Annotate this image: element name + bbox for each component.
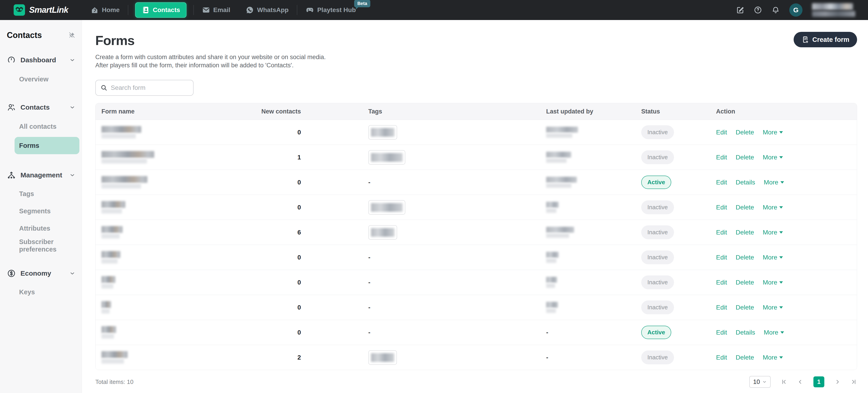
edit-link[interactable]: Edit — [716, 354, 727, 361]
current-page-button[interactable]: 1 — [813, 376, 824, 387]
sidebar-item-all-contacts[interactable]: All contacts — [0, 121, 82, 132]
sidebar-item-attributes[interactable]: Attributes — [0, 222, 82, 234]
previous-page-button[interactable] — [797, 379, 803, 385]
nav-item-playtest-hub[interactable]: Playtest Hub Beta — [304, 6, 358, 14]
edit-link[interactable]: Edit — [716, 154, 727, 161]
delete-link[interactable]: Delete — [736, 354, 754, 361]
nav-item-contacts[interactable]: Contacts — [135, 2, 187, 18]
tags-cell: - — [302, 304, 546, 311]
unpin-icon[interactable] — [68, 32, 75, 39]
brand[interactable]: SmartLink — [14, 4, 68, 16]
new-contacts-value: 1 — [255, 154, 302, 161]
email-icon — [202, 6, 210, 14]
delete-link[interactable]: Delete — [736, 204, 754, 211]
new-contacts-value: 6 — [255, 229, 302, 236]
avatar[interactable]: G — [789, 3, 803, 17]
details-link[interactable]: Details — [736, 179, 755, 186]
delete-link[interactable]: Delete — [736, 154, 754, 161]
nav-divider — [297, 5, 297, 15]
tags-cell: - — [302, 179, 546, 186]
table-footer: Total items: 10 10 1 — [95, 376, 857, 388]
edit-link[interactable]: Edit — [716, 329, 727, 336]
table-header-row: Form name New contacts Tags Last updated… — [96, 103, 857, 120]
form-name-redacted — [96, 326, 255, 339]
edit-link[interactable]: Edit — [716, 254, 727, 261]
new-contacts-value: 0 — [255, 279, 302, 286]
more-dropdown[interactable]: More — [763, 279, 783, 286]
edit-link[interactable]: Edit — [716, 279, 727, 286]
delete-link[interactable]: Delete — [736, 279, 754, 286]
delete-link[interactable]: Delete — [736, 254, 754, 261]
tag-chip-redacted — [368, 125, 397, 140]
more-dropdown[interactable]: More — [763, 254, 783, 261]
nav-item-label: Contacts — [153, 6, 180, 13]
sidebar-item-keys[interactable]: Keys — [0, 286, 82, 298]
sidebar-item-overview[interactable]: Overview — [0, 73, 82, 85]
notifications-bell-icon[interactable] — [772, 6, 780, 14]
sidebar-item-economy[interactable]: Economy — [0, 266, 82, 281]
page-size-select[interactable]: 10 — [749, 376, 771, 388]
sidebar-item-contacts[interactable]: Contacts — [0, 100, 82, 115]
status-cell: Inactive — [641, 275, 716, 289]
sidebar-item-dashboard[interactable]: Dashboard — [0, 53, 82, 67]
sidebar-item-forms[interactable]: Forms — [14, 137, 80, 154]
top-navbar: SmartLink Home Contacts Email WhatsApp — [0, 0, 868, 20]
sidebar-item-subscriber-preferences[interactable]: Subscriber preferences — [0, 240, 82, 251]
delete-link[interactable]: Delete — [736, 229, 754, 236]
edit-link[interactable]: Edit — [716, 304, 727, 311]
page-size-value: 10 — [753, 379, 760, 386]
sidebar-item-tags[interactable]: Tags — [0, 188, 82, 200]
next-page-button[interactable] — [834, 379, 841, 385]
tags-cell — [302, 150, 546, 165]
table-row: 2 - Inactive Edit Delete More — [96, 345, 857, 370]
sidebar-item-segments[interactable]: Segments — [0, 205, 82, 217]
user-name-line2-blur — [812, 11, 855, 17]
edit-link[interactable]: Edit — [716, 129, 727, 136]
more-dropdown[interactable]: More — [763, 129, 783, 136]
help-icon[interactable] — [754, 6, 762, 14]
status-cell: Inactive — [641, 250, 716, 264]
compose-icon[interactable] — [736, 6, 744, 14]
more-dropdown[interactable]: More — [764, 329, 784, 336]
caret-down-icon — [779, 356, 783, 359]
more-dropdown[interactable]: More — [763, 229, 783, 236]
status-cell: Inactive — [641, 200, 716, 214]
nav-item-label: Home — [102, 6, 120, 13]
edit-link[interactable]: Edit — [716, 179, 727, 186]
form-name-redacted — [96, 251, 255, 264]
delete-link[interactable]: Delete — [736, 304, 754, 311]
last-updated-by-redacted — [546, 227, 641, 238]
gamepad-icon — [306, 6, 314, 14]
edit-link[interactable]: Edit — [716, 229, 727, 236]
form-name-redacted — [96, 201, 255, 214]
details-link[interactable]: Details — [736, 329, 755, 336]
user-name-redacted[interactable] — [812, 3, 855, 17]
status-badge: Inactive — [641, 225, 674, 239]
form-name-redacted — [96, 176, 255, 188]
more-dropdown[interactable]: More — [763, 354, 783, 361]
new-contacts-value: 0 — [255, 204, 302, 211]
search-input[interactable] — [111, 84, 193, 91]
forms-table: Form name New contacts Tags Last updated… — [95, 103, 857, 370]
edit-link[interactable]: Edit — [716, 204, 727, 211]
economy-dollar-icon — [7, 269, 16, 278]
first-page-button[interactable] — [781, 379, 787, 385]
nav-item-email[interactable]: Email — [200, 6, 232, 14]
sidebar-item-management[interactable]: Management — [0, 168, 82, 182]
delete-link[interactable]: Delete — [736, 129, 754, 136]
action-cell: Edit Delete More — [716, 354, 857, 361]
more-dropdown[interactable]: More — [763, 304, 783, 311]
caret-down-icon — [779, 206, 783, 209]
user-name-line1-blur — [812, 3, 853, 10]
beta-badge: Beta — [354, 0, 370, 7]
nav-item-whatsapp[interactable]: WhatsApp — [244, 6, 290, 14]
more-dropdown[interactable]: More — [763, 154, 783, 161]
nav-item-home[interactable]: Home — [89, 6, 121, 14]
last-page-button[interactable] — [851, 379, 857, 385]
more-dropdown[interactable]: More — [763, 204, 783, 211]
nav-divider — [193, 5, 194, 15]
create-form-button[interactable]: Create form — [794, 32, 857, 47]
whatsapp-icon — [246, 6, 254, 14]
sidebar-header: Contacts — [7, 30, 75, 40]
more-dropdown[interactable]: More — [764, 179, 784, 186]
